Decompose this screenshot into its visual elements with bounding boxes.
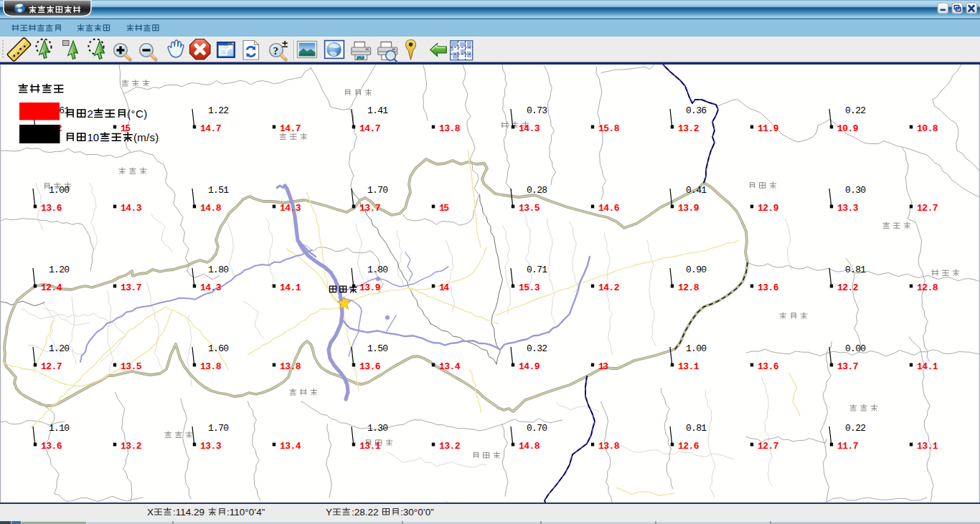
svg-text:1.41: 1.41 <box>367 105 388 116</box>
svg-text:11.9: 11.9 <box>758 123 779 134</box>
svg-text:10.9: 10.9 <box>837 123 859 134</box>
svg-text:14.3: 14.3 <box>200 282 222 293</box>
svg-text:0.71: 0.71 <box>527 265 547 275</box>
svg-text:0.36: 0.36 <box>686 105 707 116</box>
svg-text:0.81: 0.81 <box>845 265 866 275</box>
svg-text:1.20: 1.20 <box>49 265 70 275</box>
svg-text:14.1: 14.1 <box>917 361 938 372</box>
svg-text:14.6: 14.6 <box>598 203 620 214</box>
svg-text:0.73: 0.73 <box>527 105 547 116</box>
svg-text::28.22: :28.22 <box>352 507 379 518</box>
svg-text:13.4: 13.4 <box>439 361 461 372</box>
svg-text:13.9: 13.9 <box>678 203 699 214</box>
svg-text:1.00: 1.00 <box>49 185 70 196</box>
svg-text:1.51: 1.51 <box>208 185 229 196</box>
svg-text:10: 10 <box>88 131 100 143</box>
svg-text:13.2: 13.2 <box>678 123 699 134</box>
svg-text:13.8: 13.8 <box>280 361 301 372</box>
svg-text:14.7: 14.7 <box>200 123 222 134</box>
svg-text:0.81: 0.81 <box>686 423 707 434</box>
svg-text:13.7: 13.7 <box>121 282 142 293</box>
svg-text:14: 14 <box>439 282 449 293</box>
svg-text:(m/s): (m/s) <box>133 131 159 143</box>
svg-text:0.90: 0.90 <box>686 265 707 275</box>
svg-text:14.7: 14.7 <box>280 123 301 134</box>
svg-text:13.4: 13.4 <box>280 441 301 452</box>
svg-text:12.2: 12.2 <box>837 282 859 293</box>
svg-text:13.1: 13.1 <box>917 441 938 452</box>
svg-text:14.3: 14.3 <box>519 123 540 134</box>
svg-text:15: 15 <box>121 123 131 134</box>
svg-text:13.3: 13.3 <box>837 203 859 214</box>
svg-text:1.70: 1.70 <box>367 185 388 196</box>
svg-text:?: ? <box>273 45 279 57</box>
svg-text:0.32: 0.32 <box>527 343 547 354</box>
svg-text:14.3: 14.3 <box>280 203 301 214</box>
svg-text:12.7: 12.7 <box>41 361 62 372</box>
svg-text:13.7: 13.7 <box>837 361 859 372</box>
svg-text:14.8: 14.8 <box>200 203 222 214</box>
svg-text:0.30: 0.30 <box>845 185 866 196</box>
svg-text:13.1: 13.1 <box>678 361 699 372</box>
svg-text:11.7: 11.7 <box>837 441 859 452</box>
svg-text:13.6: 13.6 <box>41 203 62 214</box>
svg-text:14.1: 14.1 <box>280 282 301 293</box>
svg-text::114.29: :114.29 <box>173 507 204 518</box>
svg-text:13.2: 13.2 <box>439 441 461 452</box>
svg-text:0.70: 0.70 <box>527 423 547 434</box>
svg-text:1.00: 1.00 <box>686 343 707 354</box>
svg-text:±: ± <box>282 37 288 49</box>
svg-text:14.3: 14.3 <box>121 203 142 214</box>
svg-text:1.20: 1.20 <box>49 343 70 354</box>
svg-text:12.8: 12.8 <box>917 282 938 293</box>
svg-text:1.30: 1.30 <box>367 423 388 434</box>
svg-text:12.9: 12.9 <box>758 203 779 214</box>
svg-text:15.8: 15.8 <box>598 123 620 134</box>
svg-text::30°0’0”: :30°0’0” <box>400 507 434 518</box>
svg-text:1.50: 1.50 <box>367 343 388 354</box>
svg-text:14.7: 14.7 <box>359 123 381 134</box>
svg-text:13.6: 13.6 <box>359 361 381 372</box>
svg-text:12.7: 12.7 <box>917 203 938 214</box>
svg-text:12.8: 12.8 <box>678 282 699 293</box>
svg-text:X: X <box>147 507 154 518</box>
svg-text:Y: Y <box>326 507 332 518</box>
svg-text:0.28: 0.28 <box>527 185 547 196</box>
svg-text:13.6: 13.6 <box>41 441 62 452</box>
svg-text:0.00: 0.00 <box>845 343 866 354</box>
svg-text:14.9: 14.9 <box>519 361 540 372</box>
svg-text:13.5: 13.5 <box>121 361 142 372</box>
svg-text:14.2: 14.2 <box>598 282 620 293</box>
svg-text:1.60: 1.60 <box>208 343 229 354</box>
svg-text:15.3: 15.3 <box>519 282 540 293</box>
svg-text:2: 2 <box>88 108 93 120</box>
svg-text:1.80: 1.80 <box>208 265 229 275</box>
svg-text:13.6: 13.6 <box>758 282 779 293</box>
svg-text:15: 15 <box>439 203 449 214</box>
svg-text:10.8: 10.8 <box>917 123 938 134</box>
svg-text:1.70: 1.70 <box>208 423 229 434</box>
svg-text:13.3: 13.3 <box>200 441 222 452</box>
svg-text:13.7: 13.7 <box>359 203 381 214</box>
svg-text:13.8: 13.8 <box>598 441 620 452</box>
svg-text:12.4: 12.4 <box>41 282 62 293</box>
svg-text:0.22: 0.22 <box>845 423 866 434</box>
svg-text:1.80: 1.80 <box>367 265 388 275</box>
svg-text:14.8: 14.8 <box>519 441 540 452</box>
svg-text:1.22: 1.22 <box>208 105 229 116</box>
svg-text:13.9: 13.9 <box>359 282 381 293</box>
svg-text:13.8: 13.8 <box>200 361 222 372</box>
svg-text:(°C): (°C) <box>127 108 148 120</box>
svg-text:13.8: 13.8 <box>439 123 461 134</box>
svg-text:1.10: 1.10 <box>49 423 70 434</box>
svg-text:13.1: 13.1 <box>359 441 381 452</box>
svg-text:0.41: 0.41 <box>686 185 707 196</box>
svg-text:13.6: 13.6 <box>758 361 779 372</box>
svg-text:13.5: 13.5 <box>519 203 540 214</box>
svg-text:12.7: 12.7 <box>758 441 779 452</box>
svg-text:13.2: 13.2 <box>121 441 142 452</box>
svg-text:12.6: 12.6 <box>678 441 699 452</box>
svg-text:0.22: 0.22 <box>845 105 866 116</box>
svg-text:13: 13 <box>598 361 608 372</box>
svg-text::110°0’4”: :110°0’4” <box>227 507 265 518</box>
